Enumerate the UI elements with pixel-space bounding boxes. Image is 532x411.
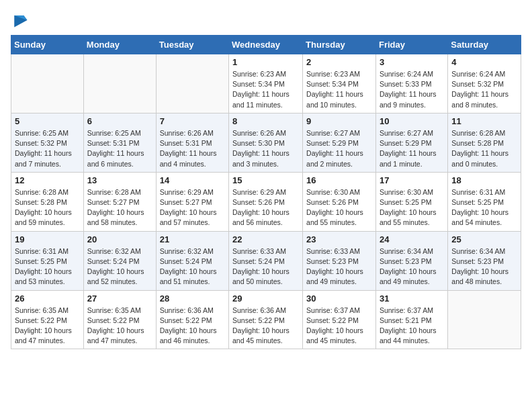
day-info: Sunrise: 6:31 AMSunset: 5:25 PMDaylight:… — [15, 246, 80, 287]
day-number: 5 — [15, 116, 80, 126]
calendar-week-row: 5Sunrise: 6:25 AMSunset: 5:32 PMDaylight… — [11, 113, 521, 172]
day-number: 26 — [15, 293, 80, 304]
calendar-week-row: 12Sunrise: 6:28 AMSunset: 5:28 PMDayligh… — [11, 172, 521, 231]
weekday-header-saturday: Saturday — [448, 36, 521, 54]
calendar-day-cell: 23Sunrise: 6:33 AMSunset: 5:23 PMDayligh… — [303, 231, 376, 290]
day-number: 4 — [451, 57, 517, 67]
calendar-day-cell: 26Sunrise: 6:35 AMSunset: 5:22 PMDayligh… — [11, 290, 84, 349]
day-number: 9 — [306, 116, 372, 126]
calendar-day-cell: 29Sunrise: 6:36 AMSunset: 5:22 PMDayligh… — [229, 290, 303, 349]
calendar-day-cell: 12Sunrise: 6:28 AMSunset: 5:28 PMDayligh… — [11, 172, 84, 231]
day-info: Sunrise: 6:37 AMSunset: 5:21 PMDaylight:… — [380, 306, 444, 347]
calendar-day-cell: 9Sunrise: 6:27 AMSunset: 5:29 PMDaylight… — [303, 113, 376, 172]
calendar-day-cell: 15Sunrise: 6:29 AMSunset: 5:26 PMDayligh… — [229, 172, 303, 231]
calendar-empty-cell — [156, 54, 228, 113]
logo-icon — [11, 11, 30, 30]
day-info: Sunrise: 6:24 AMSunset: 5:33 PMDaylight:… — [380, 69, 444, 110]
day-info: Sunrise: 6:25 AMSunset: 5:32 PMDaylight:… — [15, 128, 80, 169]
calendar-day-cell: 7Sunrise: 6:26 AMSunset: 5:31 PMDaylight… — [156, 113, 228, 172]
day-info: Sunrise: 6:36 AMSunset: 5:22 PMDaylight:… — [232, 306, 299, 347]
day-info: Sunrise: 6:33 AMSunset: 5:24 PMDaylight:… — [232, 246, 299, 287]
day-number: 6 — [87, 116, 152, 126]
day-number: 20 — [87, 234, 152, 244]
calendar-empty-cell — [448, 290, 521, 349]
day-number: 15 — [232, 175, 299, 185]
calendar-day-cell: 31Sunrise: 6:37 AMSunset: 5:21 PMDayligh… — [375, 290, 447, 349]
day-number: 1 — [232, 57, 299, 67]
day-info: Sunrise: 6:27 AMSunset: 5:29 PMDaylight:… — [306, 128, 372, 169]
calendar-day-cell: 30Sunrise: 6:37 AMSunset: 5:22 PMDayligh… — [303, 290, 376, 349]
day-number: 19 — [15, 234, 80, 244]
day-info: Sunrise: 6:37 AMSunset: 5:22 PMDaylight:… — [306, 306, 372, 347]
day-number: 31 — [380, 293, 444, 304]
calendar-empty-cell — [11, 54, 84, 113]
calendar-day-cell: 4Sunrise: 6:24 AMSunset: 5:32 PMDaylight… — [448, 54, 521, 113]
day-info: Sunrise: 6:30 AMSunset: 5:26 PMDaylight:… — [306, 187, 372, 228]
calendar-day-cell: 14Sunrise: 6:29 AMSunset: 5:27 PMDayligh… — [156, 172, 228, 231]
calendar-empty-cell — [83, 54, 156, 113]
calendar-day-cell: 10Sunrise: 6:27 AMSunset: 5:29 PMDayligh… — [375, 113, 447, 172]
day-number: 10 — [380, 116, 444, 126]
day-number: 3 — [380, 57, 444, 67]
calendar-day-cell: 13Sunrise: 6:28 AMSunset: 5:27 PMDayligh… — [83, 172, 156, 231]
calendar-day-cell: 20Sunrise: 6:32 AMSunset: 5:24 PMDayligh… — [83, 231, 156, 290]
page-header — [11, 11, 521, 30]
day-number: 11 — [451, 116, 517, 126]
day-number: 21 — [160, 234, 225, 244]
day-info: Sunrise: 6:23 AMSunset: 5:34 PMDaylight:… — [306, 69, 372, 110]
calendar-day-cell: 17Sunrise: 6:30 AMSunset: 5:25 PMDayligh… — [375, 172, 447, 231]
weekday-header-row: SundayMondayTuesdayWednesdayThursdayFrid… — [11, 36, 521, 54]
day-number: 18 — [451, 175, 517, 185]
calendar-week-row: 19Sunrise: 6:31 AMSunset: 5:25 PMDayligh… — [11, 231, 521, 290]
day-info: Sunrise: 6:26 AMSunset: 5:31 PMDaylight:… — [160, 128, 225, 169]
weekday-header-wednesday: Wednesday — [229, 36, 303, 54]
calendar-day-cell: 25Sunrise: 6:34 AMSunset: 5:23 PMDayligh… — [448, 231, 521, 290]
calendar-day-cell: 24Sunrise: 6:34 AMSunset: 5:23 PMDayligh… — [375, 231, 447, 290]
weekday-header-monday: Monday — [83, 36, 156, 54]
calendar-day-cell: 16Sunrise: 6:30 AMSunset: 5:26 PMDayligh… — [303, 172, 376, 231]
day-info: Sunrise: 6:36 AMSunset: 5:22 PMDaylight:… — [160, 306, 225, 347]
calendar-day-cell: 27Sunrise: 6:35 AMSunset: 5:22 PMDayligh… — [83, 290, 156, 349]
weekday-header-tuesday: Tuesday — [156, 36, 228, 54]
day-info: Sunrise: 6:25 AMSunset: 5:31 PMDaylight:… — [87, 128, 152, 169]
weekday-header-sunday: Sunday — [11, 36, 84, 54]
weekday-header-friday: Friday — [375, 36, 447, 54]
day-number: 17 — [380, 175, 444, 185]
calendar-table: SundayMondayTuesdayWednesdayThursdayFrid… — [11, 35, 521, 349]
calendar-day-cell: 19Sunrise: 6:31 AMSunset: 5:25 PMDayligh… — [11, 231, 84, 290]
day-info: Sunrise: 6:34 AMSunset: 5:23 PMDaylight:… — [380, 246, 444, 287]
day-info: Sunrise: 6:34 AMSunset: 5:23 PMDaylight:… — [451, 246, 517, 287]
day-info: Sunrise: 6:28 AMSunset: 5:28 PMDaylight:… — [15, 187, 80, 228]
day-number: 27 — [87, 293, 152, 304]
calendar-day-cell: 5Sunrise: 6:25 AMSunset: 5:32 PMDaylight… — [11, 113, 84, 172]
day-info: Sunrise: 6:33 AMSunset: 5:23 PMDaylight:… — [306, 246, 372, 287]
day-number: 12 — [15, 175, 80, 185]
day-number: 2 — [306, 57, 372, 67]
day-info: Sunrise: 6:35 AMSunset: 5:22 PMDaylight:… — [87, 306, 152, 347]
calendar-day-cell: 28Sunrise: 6:36 AMSunset: 5:22 PMDayligh… — [156, 290, 228, 349]
day-number: 7 — [160, 116, 225, 126]
calendar-day-cell: 11Sunrise: 6:28 AMSunset: 5:28 PMDayligh… — [448, 113, 521, 172]
day-number: 13 — [87, 175, 152, 185]
calendar-day-cell: 1Sunrise: 6:23 AMSunset: 5:34 PMDaylight… — [229, 54, 303, 113]
day-number: 29 — [232, 293, 299, 304]
day-number: 24 — [380, 234, 444, 244]
calendar-week-row: 26Sunrise: 6:35 AMSunset: 5:22 PMDayligh… — [11, 290, 521, 349]
day-info: Sunrise: 6:32 AMSunset: 5:24 PMDaylight:… — [87, 246, 152, 287]
day-info: Sunrise: 6:29 AMSunset: 5:26 PMDaylight:… — [232, 187, 299, 228]
day-number: 23 — [306, 234, 372, 244]
calendar-week-row: 1Sunrise: 6:23 AMSunset: 5:34 PMDaylight… — [11, 54, 521, 113]
calendar-day-cell: 18Sunrise: 6:31 AMSunset: 5:25 PMDayligh… — [448, 172, 521, 231]
day-number: 16 — [306, 175, 372, 185]
calendar-day-cell: 2Sunrise: 6:23 AMSunset: 5:34 PMDaylight… — [303, 54, 376, 113]
calendar-day-cell: 21Sunrise: 6:32 AMSunset: 5:24 PMDayligh… — [156, 231, 228, 290]
day-number: 22 — [232, 234, 299, 244]
day-number: 14 — [160, 175, 225, 185]
day-info: Sunrise: 6:23 AMSunset: 5:34 PMDaylight:… — [232, 69, 299, 110]
day-info: Sunrise: 6:32 AMSunset: 5:24 PMDaylight:… — [160, 246, 225, 287]
day-info: Sunrise: 6:29 AMSunset: 5:27 PMDaylight:… — [160, 187, 225, 228]
day-info: Sunrise: 6:27 AMSunset: 5:29 PMDaylight:… — [380, 128, 444, 169]
calendar-day-cell: 3Sunrise: 6:24 AMSunset: 5:33 PMDaylight… — [375, 54, 447, 113]
day-info: Sunrise: 6:24 AMSunset: 5:32 PMDaylight:… — [451, 69, 517, 110]
day-info: Sunrise: 6:30 AMSunset: 5:25 PMDaylight:… — [380, 187, 444, 228]
